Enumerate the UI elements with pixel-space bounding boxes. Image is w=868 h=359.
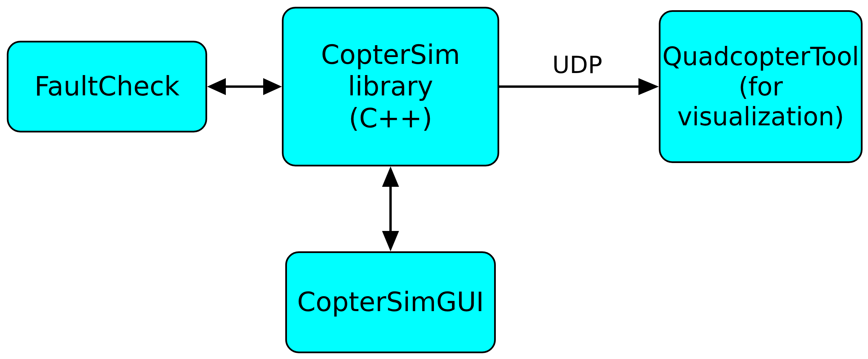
svg-marker-4 <box>638 78 659 95</box>
diagram-canvas: FaultCheck CopterSim library (C++) Quadc… <box>0 0 868 359</box>
box-faultcheck: FaultCheck <box>7 41 207 132</box>
edge-label-udp: UDP <box>547 51 608 79</box>
svg-marker-1 <box>207 78 226 95</box>
svg-marker-2 <box>263 78 282 95</box>
box-coptersimgui-text: CopterSimGUI <box>297 286 484 318</box>
text-line: FaultCheck <box>34 71 179 103</box>
box-coptersimgui: CopterSimGUI <box>285 251 496 353</box>
box-coptersim-library: CopterSim library (C++) <box>282 7 499 166</box>
box-quadcoptertool-text: QuadcopterTool (for visualization) <box>662 41 859 132</box>
text-line: visualization) <box>662 102 859 132</box>
arrow-faultcheck-coptersim <box>207 75 282 98</box>
svg-marker-6 <box>382 166 399 187</box>
text-line: library <box>321 71 460 103</box>
arrow-coptersim-coptersimgui <box>379 166 402 251</box>
text-line: CopterSimGUI <box>297 286 484 318</box>
text-line: CopterSim <box>321 39 460 71</box>
svg-marker-7 <box>382 231 399 251</box>
text-line: (C++) <box>321 103 460 134</box>
box-coptersim-text: CopterSim library (C++) <box>321 39 460 134</box>
text-line: (for <box>662 72 859 102</box>
text-line: QuadcopterTool <box>662 41 859 72</box>
box-quadcoptertool: QuadcopterTool (for visualization) <box>659 10 863 163</box>
box-faultcheck-text: FaultCheck <box>34 71 179 103</box>
